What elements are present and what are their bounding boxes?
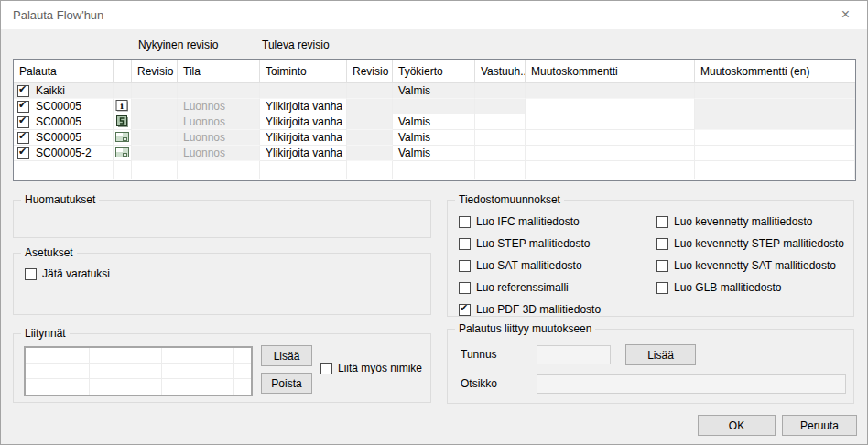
column-header-tila[interactable]: Tila xyxy=(178,60,260,82)
cell-muutos_en xyxy=(695,99,855,114)
attachment-remove-button[interactable]: Poista xyxy=(261,373,312,394)
empty-cell xyxy=(14,161,114,179)
cancel-button[interactable]: Peruuta xyxy=(782,415,857,436)
group-tiedostomuunnokset: Tiedostomuunnokset Luo IFC mallitiedosto… xyxy=(447,200,854,317)
check-mark-icon: ✔ xyxy=(18,114,27,126)
item-name: Kaikki xyxy=(36,84,65,97)
cell-revisio2 xyxy=(347,114,393,130)
conversion-option: ✔Luo PDF 3D mallitiedosto xyxy=(459,298,601,320)
keep-reserved-checkbox[interactable] xyxy=(25,268,37,280)
cell-toiminto[interactable] xyxy=(260,83,347,99)
conversion-checkbox[interactable] xyxy=(656,216,668,228)
conversion-option-label: Luo GLB mallitiedosto xyxy=(674,281,781,294)
group-asetukset-label: Asetukset xyxy=(21,246,77,259)
cell-revisio2 xyxy=(347,130,393,146)
column-header-palauta[interactable]: Palauta xyxy=(14,60,114,82)
column-header-revisio2[interactable]: Revisio xyxy=(347,60,393,82)
cell-palauta: ✔SC00005 xyxy=(14,99,114,114)
row-checkbox[interactable]: ✔ xyxy=(17,132,29,144)
attachments-grid-cell xyxy=(26,348,90,364)
cell-toiminto[interactable]: Ylikirjoita vanha xyxy=(260,99,347,114)
drawing-icon xyxy=(115,133,129,146)
row-checkbox[interactable]: ✔ xyxy=(17,101,29,113)
conversion-option-label: Luo PDF 3D mallitiedosto xyxy=(476,303,601,316)
column-header-muutos[interactable]: Muutoskommentti xyxy=(526,60,695,82)
cell-toiminto[interactable]: Ylikirjoita vanha xyxy=(260,114,347,130)
cell-toiminto[interactable]: Ylikirjoita vanha xyxy=(260,130,347,146)
row-checkbox[interactable]: ✔ xyxy=(17,116,29,128)
cell-vastuuh xyxy=(475,83,526,99)
column-header-tyokierto[interactable]: Työkierto xyxy=(393,60,475,82)
check-mark-icon: ✔ xyxy=(18,130,27,142)
conversion-checkbox[interactable] xyxy=(656,282,668,294)
table-row[interactable]: ✔SC00005iLuonnosYlikirjoita vanha xyxy=(14,99,855,114)
check-mark-icon: ✔ xyxy=(18,83,27,95)
tunnus-label: Tunnus xyxy=(461,348,497,361)
palauta-flowhun-dialog: Palauta Flow'hun × Nykyinen revisio Tule… xyxy=(0,0,868,445)
conversion-option-label: Luo kevennetty SAT mallitiedosto xyxy=(674,259,836,272)
empty-cell xyxy=(260,161,347,179)
cell-revisio xyxy=(132,83,178,99)
drawing-icon xyxy=(115,148,129,161)
keep-reserved-label: Jätä varatuksi xyxy=(42,267,110,280)
attach-item-label: Liitä myös nimike xyxy=(338,362,422,374)
cell-revisio xyxy=(132,146,178,161)
attach-item-checkbox[interactable] xyxy=(320,363,332,374)
conversion-options-column1: Luo IFC mallitiedostoLuo STEP mallitiedo… xyxy=(459,211,601,320)
cell-muutos_en xyxy=(695,146,855,161)
cell-tila: Luonnos xyxy=(178,146,260,161)
conversion-option: Luo GLB mallitiedosto xyxy=(656,277,844,298)
row-checkbox[interactable]: ✔ xyxy=(17,147,29,159)
table-row[interactable]: ✔SC00005LuonnosYlikirjoita vanhaValmis xyxy=(14,130,855,146)
column-header-toiminto[interactable]: Toiminto xyxy=(260,60,347,82)
close-button[interactable]: × xyxy=(825,2,866,28)
table-row[interactable]: ✔SC00005LuonnosYlikirjoita vanhaValmis xyxy=(14,114,855,130)
attachments-grid-cell xyxy=(90,379,162,395)
table-empty-area xyxy=(14,161,855,179)
cell-muutos xyxy=(526,114,695,130)
cell-muutos_en xyxy=(695,130,855,146)
attachments-grid-cell xyxy=(162,348,234,364)
cell-muutos xyxy=(526,99,695,114)
attachment-add-button[interactable]: Lisää xyxy=(261,345,312,366)
empty-cell xyxy=(695,161,855,179)
attach-item-option: Liitä myös nimike xyxy=(320,357,422,379)
column-header-revisio[interactable]: Revisio xyxy=(132,60,178,82)
conversion-checkbox[interactable] xyxy=(459,282,471,294)
otsikko-input[interactable] xyxy=(537,374,846,394)
cell-toiminto[interactable]: Ylikirjoita vanha xyxy=(260,146,347,161)
group-liitynnat-label: Liitynnät xyxy=(21,327,70,340)
conversion-option: Luo SAT mallitiedosto xyxy=(459,255,601,277)
cell-vastuuh xyxy=(475,99,526,114)
conversion-checkbox[interactable] xyxy=(459,238,471,250)
conversion-checkbox[interactable] xyxy=(459,260,471,272)
titlebar: Palauta Flow'hun × xyxy=(1,1,867,29)
conversion-checkbox[interactable]: ✔ xyxy=(459,304,471,316)
group-asetukset: Asetukset Jätä varatuksi xyxy=(13,253,431,315)
cell-vastuuh xyxy=(475,130,526,146)
column-header-muutos_en[interactable]: Muutoskommentti (en) xyxy=(695,60,855,82)
conversion-option-label: Luo kevennetty STEP mallitiedosto xyxy=(674,237,844,250)
group-palautus-muutokseen: Palautus liittyy muutokseen Tunnus Lisää… xyxy=(447,329,854,404)
attachments-grid-cell xyxy=(162,364,234,379)
ok-button[interactable]: OK xyxy=(698,415,776,436)
cell-revisio2 xyxy=(347,99,393,114)
attachments-grid-cell xyxy=(234,364,251,379)
conversion-checkbox[interactable] xyxy=(656,260,668,272)
row-checkbox[interactable]: ✔ xyxy=(17,85,29,97)
checkin-items-table: PalautaRevisioTilaToimintoRevisioTyökier… xyxy=(13,59,856,181)
tunnus-input[interactable] xyxy=(537,345,611,364)
table-row[interactable]: ✔SC00005-2LuonnosYlikirjoita vanhaValmis xyxy=(14,146,855,161)
column-header-vastuuh[interactable]: Vastuuh... xyxy=(475,60,526,82)
conversion-checkbox[interactable] xyxy=(656,238,668,250)
conversion-checkbox[interactable] xyxy=(459,216,471,228)
conversion-option: Luo kevennetty mallitiedosto xyxy=(656,211,844,233)
column-header-icon[interactable] xyxy=(114,60,132,82)
change-add-button[interactable]: Lisää xyxy=(625,344,696,365)
table-row[interactable]: ✔KaikkiValmis xyxy=(14,83,855,99)
attachments-grid[interactable] xyxy=(24,346,253,396)
cell-revisio2 xyxy=(347,83,393,99)
keep-reserved-option: Jätä varatuksi xyxy=(25,263,110,285)
group-tiedostomuunnokset-label: Tiedostomuunnokset xyxy=(455,193,564,206)
conversion-option-label: Luo SAT mallitiedosto xyxy=(476,259,582,272)
